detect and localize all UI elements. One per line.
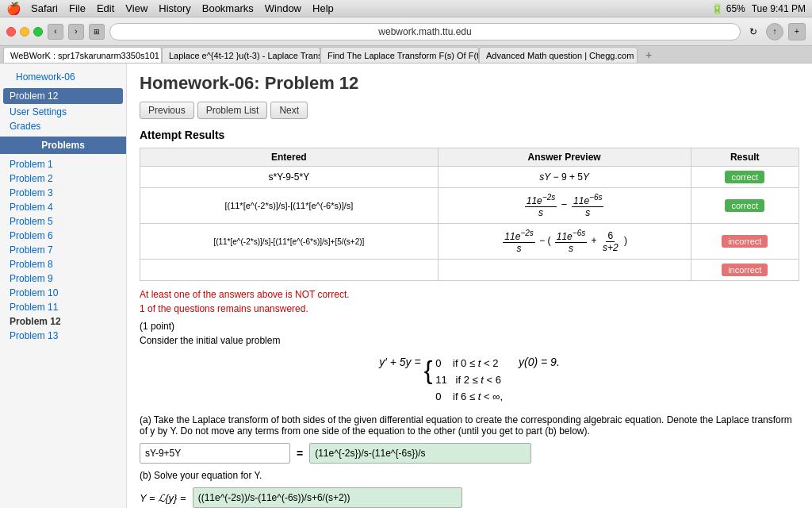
nav-buttons: Previous Problem List Next xyxy=(140,102,799,119)
part-b-input[interactable] xyxy=(193,487,462,508)
piecewise-equation: y′ + 5y = { 0 if 0 ≤ t < 2 11 if 2 ≤ t <… xyxy=(140,356,799,405)
tab-laplace1[interactable]: Laplace e^{4t-12 }u(t-3) - Laplace Trans… xyxy=(162,47,320,63)
sidebar-item-problem11[interactable]: Problem 11 xyxy=(0,300,126,314)
previous-button[interactable]: Previous xyxy=(140,102,194,119)
battery-icon: 🔋 65% xyxy=(711,3,745,14)
new-tab-button[interactable]: + xyxy=(788,23,806,40)
part-a-right-input[interactable] xyxy=(309,443,531,464)
close-button[interactable] xyxy=(6,27,16,37)
menu-window[interactable]: Window xyxy=(265,2,301,14)
sidebar-item-problem9[interactable]: Problem 9 xyxy=(0,271,126,286)
url-text: webwork.math.ttu.edu xyxy=(378,26,471,37)
result-4: incorrect xyxy=(691,260,799,281)
col-preview: Answer Preview xyxy=(438,148,691,167)
sidebar-item-problem8[interactable]: Problem 8 xyxy=(0,257,126,271)
table-row: [(11*[e^(-2*s)]/s]-[(11*[e^(-6*s)]/s] 11… xyxy=(140,188,799,224)
tab-webwork[interactable]: WeBWorK : spr17skarunarm3350s101 : Homew… xyxy=(3,47,162,63)
table-row: s*Y-9-5*Y sY − 9 + 5Y correct xyxy=(140,167,799,188)
part-b-inputs: Y = ℒ{y} = xyxy=(140,487,799,508)
part-b-label: (b) Solve your equation for Y. xyxy=(140,470,799,481)
table-row: [(11*[e^(-2*s)]/s]-[(11*[e^(-6*s)]/s]+[5… xyxy=(140,224,799,260)
menu-view[interactable]: View xyxy=(125,2,147,14)
entered-3: [(11*[e^(-2*s)]/s]-[(11*[e^(-6*s)]/s]+[5… xyxy=(140,224,439,260)
point-text: (1 point) xyxy=(140,321,799,332)
new-tab-plus[interactable]: + xyxy=(641,47,657,63)
tab-chegg[interactable]: Advanced Math question | Chegg.com ✕ xyxy=(479,47,638,63)
part-a-inputs: = xyxy=(140,443,799,464)
main-content: Homework-06: Problem 12 Previous Problem… xyxy=(127,64,812,508)
menu-history[interactable]: History xyxy=(159,2,190,14)
address-bar[interactable]: webwork.math.ttu.edu xyxy=(109,23,741,40)
reload-button[interactable]: ↻ xyxy=(745,24,761,40)
sidebar-item-problem3[interactable]: Problem 3 xyxy=(0,186,126,200)
tab-label: WeBWorK : spr17skarunarm3350s101 : Homew… xyxy=(10,51,162,60)
warning-1: At least one of the answers above is NOT… xyxy=(140,289,799,300)
browser-chrome: ‹ › ⊞ webwork.math.ttu.edu ↻ ↑ + xyxy=(0,17,812,46)
result-1: correct xyxy=(691,167,799,188)
fullscreen-button[interactable] xyxy=(33,27,43,37)
sidebar-item-problem10[interactable]: Problem 10 xyxy=(0,286,126,300)
problem-list-button[interactable]: Problem List xyxy=(197,102,268,119)
part-b-equation-label: Y = ℒ{y} = xyxy=(140,492,186,504)
sidebar-item-problem1[interactable]: Problem 1 xyxy=(0,157,126,171)
sidebar-item-problem13[interactable]: Problem 13 xyxy=(0,329,126,343)
problems-header: Problems xyxy=(0,137,126,154)
attempt-results-title: Attempt Results xyxy=(140,129,799,141)
result-3: incorrect xyxy=(691,224,799,260)
sidebar-item-problem7[interactable]: Problem 7 xyxy=(0,243,126,257)
sidebar-item-problem5[interactable]: Problem 5 xyxy=(0,214,126,229)
clock: Tue 9:41 PM xyxy=(752,3,806,14)
menu-safari[interactable]: Safari xyxy=(31,2,58,14)
menubar-right: 🔋 65% Tue 9:41 PM xyxy=(711,3,806,14)
results-table: Entered Answer Preview Result s*Y-9-5*Y … xyxy=(140,148,799,281)
menu-edit[interactable]: Edit xyxy=(97,2,114,14)
tab-close-icon[interactable]: ✕ xyxy=(637,52,638,60)
warning-2: 1 of the questions remains unanswered. xyxy=(140,303,799,314)
menubar: 🍎 Safari File Edit View History Bookmark… xyxy=(0,0,812,17)
menu-bookmarks[interactable]: Bookmarks xyxy=(202,2,254,14)
result-2: correct xyxy=(691,188,799,224)
tab-label: Advanced Math question | Chegg.com xyxy=(486,51,634,60)
entered-2: [(11*[e^(-2*s)]/s]-[(11*[e^(-6*s)]/s] xyxy=(140,188,439,224)
preview-1: sY − 9 + 5Y xyxy=(438,167,691,188)
page-title: Homework-06: Problem 12 xyxy=(140,73,799,94)
preview-4 xyxy=(438,260,691,281)
show-tabs-button[interactable]: ⊞ xyxy=(89,24,105,40)
part-a-label: (a) Take the Laplace transform of both s… xyxy=(140,414,799,437)
sidebar-item-problem2[interactable]: Problem 2 xyxy=(0,171,126,186)
back-button[interactable]: ‹ xyxy=(48,24,63,40)
equals-sign: = xyxy=(297,447,303,460)
entered-4 xyxy=(140,260,439,281)
tab-label: Laplace e^{4t-12 }u(t-3) - Laplace Trans… xyxy=(169,51,320,60)
user-settings-link[interactable]: User Settings xyxy=(0,105,126,119)
menu-file[interactable]: File xyxy=(69,2,86,14)
minimize-button[interactable] xyxy=(20,27,29,37)
grades-link[interactable]: Grades xyxy=(0,119,126,133)
page-content: Homework-06 Problem 12 User Settings Gra… xyxy=(0,64,812,508)
sidebar-item-problem4[interactable]: Problem 4 xyxy=(0,200,126,214)
sidebar-item-problem12[interactable]: Problem 12 xyxy=(0,314,126,329)
share-button[interactable]: ↑ xyxy=(766,23,783,40)
traffic-lights xyxy=(6,27,43,37)
browser-tabs: WeBWorK : spr17skarunarm3350s101 : Homew… xyxy=(0,46,812,64)
homework-link[interactable]: Homework-06 xyxy=(6,70,120,84)
preview-3: 11e−2s s − ( 11e−6s s + 6 s+2 xyxy=(438,224,691,260)
next-button[interactable]: Next xyxy=(270,102,308,119)
col-result: Result xyxy=(691,148,799,167)
sidebar: Homework-06 Problem 12 User Settings Gra… xyxy=(0,64,127,508)
apple-menu[interactable]: 🍎 xyxy=(6,2,21,16)
entered-1: s*Y-9-5*Y xyxy=(140,167,439,188)
tab-label: Find The Laplace Transform F(s) Of F(t) … xyxy=(327,51,479,60)
part-a-left-input[interactable] xyxy=(140,443,290,464)
col-entered: Entered xyxy=(140,148,439,167)
sidebar-item-problem6[interactable]: Problem 6 xyxy=(0,229,126,243)
table-row: incorrect xyxy=(140,260,799,281)
active-problem: Problem 12 xyxy=(3,88,123,104)
preview-2: 11e−2s s − 11e−6s s xyxy=(438,188,691,224)
menu-help[interactable]: Help xyxy=(312,2,334,14)
forward-button[interactable]: › xyxy=(68,24,84,40)
problem-desc: Consider the initial value problem xyxy=(140,335,799,346)
tab-laplace2[interactable]: Find The Laplace Transform F(s) Of F(t) … xyxy=(320,47,479,63)
